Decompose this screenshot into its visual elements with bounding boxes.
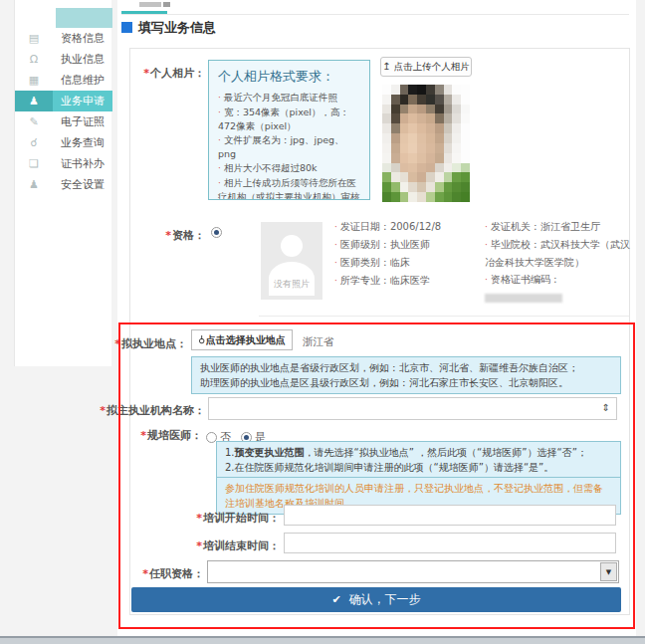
- qualification-details-right: ·发证机关：浙江省卫生厅·毕业院校：武汉科技大学（武汉冶金科技大学医学院）·资格…: [485, 218, 632, 306]
- section-divider: [259, 316, 629, 317]
- sidebar-item-label: 信息维护: [53, 70, 112, 91]
- detail-text: 医师类别：临床: [340, 257, 410, 268]
- requirement-item: ·宽：354像素（pixel），高：472像素（pixel）: [218, 106, 360, 132]
- training-end-input[interactable]: [284, 533, 616, 553]
- detail-text: 医师级别：执业医师: [340, 239, 430, 250]
- bullet-icon: ·: [334, 276, 337, 286]
- location-label: *拟执业地点：: [88, 336, 187, 351]
- tab-strip-divider: [121, 14, 629, 15]
- id-card-icon: ▦: [15, 70, 53, 91]
- certificate-icon: ❏: [15, 153, 53, 174]
- sidebar-item-label: 安全设置: [53, 174, 112, 195]
- requirement-item: ·文件扩展名为：jpg、jpeg、png: [218, 133, 360, 160]
- required-mark: *: [114, 337, 120, 350]
- sidebar-item-2[interactable]: Ω执业信息: [15, 49, 112, 70]
- location-hint-box: 执业医师的执业地点是省级行政区划，例如：北京市、河北省、新疆维吾尔族自治区； 助…: [191, 356, 621, 394]
- bullet-icon: ·: [334, 258, 337, 268]
- sidebar-header-fragment: [56, 8, 112, 28]
- document-icon: ▤: [15, 28, 53, 49]
- bottom-scrollbar[interactable]: [0, 636, 645, 644]
- blue-square-icon: [121, 22, 132, 33]
- dropdown-arrow-icon[interactable]: ▼: [600, 562, 617, 581]
- updown-arrows-icon: ⇕: [602, 402, 610, 413]
- bullet-icon: ·: [485, 222, 488, 232]
- location-hint-line1: 执业医师的执业地点是省级行政区划，例如：北京市、河北省、新疆维吾尔族自治区；: [200, 360, 612, 375]
- sidebar-item-label: 执业信息: [53, 49, 112, 70]
- requirement-item: ·相片大小不得超过80k: [218, 161, 360, 175]
- detail-text: 发证日期：2006/12/8: [340, 221, 441, 232]
- choose-location-button[interactable]: ⚲点击选择执业地点: [191, 329, 293, 350]
- requirement-text: 宽：354像素（pixel），高：472像素（pixel）: [218, 107, 349, 131]
- required-mark: *: [100, 404, 106, 417]
- sidebar-item-1[interactable]: ▤资格信息: [15, 28, 112, 49]
- sidebar-item-label: 证书补办: [53, 153, 112, 174]
- detail-item: ·医师级别：执业医师: [334, 236, 482, 254]
- sidebar-item-8[interactable]: ♟安全设置: [15, 174, 112, 195]
- sidebar-item-7[interactable]: ❏证书补办: [15, 153, 112, 174]
- photo-label: *个人相片：: [106, 66, 205, 81]
- sidebar-item-6[interactable]: ☌业务查询: [15, 132, 112, 153]
- location-hint-line2: 助理医师的执业地点是区县级行政区划，例如：河北石家庄市长安区、北京朝阳区。: [200, 375, 612, 390]
- bullet-icon: ·: [218, 178, 221, 188]
- photo-requirements-box: 个人相片格式要求： ·最近六个月免冠白底证件照·宽：354像素（pixel），高…: [208, 60, 370, 200]
- sidebar-item-3[interactable]: ▦信息维护: [15, 70, 112, 91]
- no-photo-placeholder: 没有照片: [261, 222, 322, 300]
- required-mark: *: [196, 539, 202, 552]
- no-photo-text: 没有照片: [261, 278, 322, 291]
- training-start-label: *培训开始时间：: [160, 511, 280, 526]
- location-value: 浙江省: [303, 335, 334, 349]
- trainee-hint-box: 1.预变更执业范围，请先选择“拟执业地点” ，然后此项（“规培医师”）选择“否”…: [216, 441, 621, 479]
- bullet-icon: ·: [334, 240, 337, 250]
- confirm-next-button[interactable]: ✔确认，下一步: [131, 587, 621, 612]
- search-icon: ☌: [15, 132, 53, 153]
- qualification-details-left: ·发证日期：2006/12/8·医师级别：执业医师·医师类别：临床·所学专业：临…: [334, 218, 482, 290]
- photo-requirements-list: ·最近六个月免冠白底证件照·宽：354像素（pixel），高：472像素（pix…: [218, 91, 360, 200]
- location-pin-icon: ⚲: [198, 330, 205, 349]
- required-mark: *: [142, 567, 148, 580]
- redacted-value: [485, 294, 562, 303]
- detail-text: 资格证书编码：: [491, 274, 560, 285]
- top-tab-fragment[interactable]: [163, 2, 170, 7]
- qualification-label: *资格：: [106, 228, 205, 243]
- detail-item: ·医师类别：临床: [334, 254, 482, 272]
- qualification-radio[interactable]: [211, 227, 222, 238]
- detail-item: ·资格证书编码：: [485, 271, 632, 306]
- requirement-text: 文件扩展名为：jpg、jpeg、png: [218, 134, 344, 159]
- sidebar-menu: ▤资格信息Ω执业信息▦信息维护♟业务申请✎电子证照☌业务查询❏证书补办♟安全设置: [15, 28, 112, 195]
- requirement-text: 最近六个月免冠白底证件照: [224, 92, 337, 103]
- screen: ▤资格信息Ω执业信息▦信息维护♟业务申请✎电子证照☌业务查询❏证书补办♟安全设置…: [0, 0, 645, 644]
- training-end-label: *培训结束时间：: [160, 538, 280, 553]
- bullet-icon: ·: [334, 222, 337, 232]
- top-tab-fragment[interactable]: [139, 2, 161, 7]
- requirement-text: 相片上传成功后须等待您所在医疗机构（或拟主要执业机构）审核: [218, 177, 360, 200]
- bullet-icon: ·: [485, 240, 488, 250]
- detail-item: ·发证机关：浙江省卫生厅: [485, 218, 632, 236]
- requirement-item: ·相片上传成功后须等待您所在医疗机构（或拟主要执业机构）审核: [218, 176, 360, 200]
- required-mark: *: [165, 229, 171, 242]
- trainee-label: *规培医师：: [103, 428, 202, 443]
- sidebar-item-label: 业务查询: [53, 132, 112, 153]
- required-mark: *: [140, 429, 146, 442]
- sidebar: ▤资格信息Ω执业信息▦信息维护♟业务申请✎电子证照☌业务查询❏证书补办♟安全设置: [14, 0, 111, 366]
- org-name-combobox[interactable]: ⇕: [208, 397, 617, 420]
- detail-item: ·毕业院校：武汉科技大学（武汉冶金科技大学医学院）: [485, 236, 632, 271]
- bullet-icon: ·: [485, 275, 488, 285]
- required-mark: *: [143, 67, 149, 80]
- user-icon: ♟: [15, 91, 53, 111]
- sidebar-item-5[interactable]: ✎电子证照: [15, 111, 112, 132]
- detail-text: 所学专业：临床医学: [340, 275, 430, 286]
- org-name-label: *拟主执业机构名称：: [76, 403, 205, 418]
- upload-photo-button[interactable]: ↥点击上传个人相片: [380, 57, 472, 77]
- person-silhouette-icon: [281, 235, 303, 257]
- detail-item: ·所学专业：临床医学: [334, 272, 482, 290]
- pixelated-portrait-photo: [382, 85, 470, 202]
- training-start-input[interactable]: [284, 505, 616, 526]
- sidebar-item-4[interactable]: ♟业务申请: [15, 91, 112, 111]
- check-icon: ✔: [331, 593, 340, 606]
- bullet-icon: ·: [218, 163, 221, 173]
- rank-select[interactable]: ▼: [207, 560, 619, 583]
- bullet-icon: ·: [218, 135, 221, 145]
- requirement-item: ·最近六个月免冠白底证件照: [218, 91, 360, 105]
- rank-label: *任职资格：: [105, 566, 204, 581]
- photo-requirements-title: 个人相片格式要求：: [218, 68, 360, 86]
